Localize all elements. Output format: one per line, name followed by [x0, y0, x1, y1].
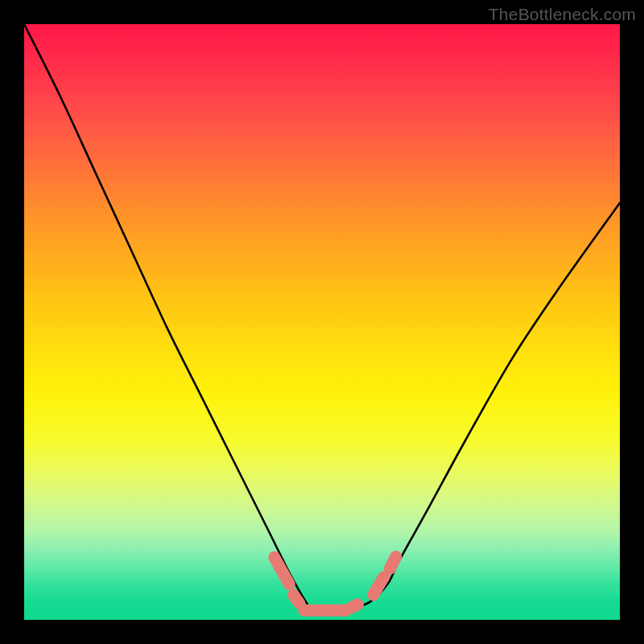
curve-layer [24, 24, 620, 620]
optimal-range-markers [275, 557, 396, 611]
chart-frame: TheBottleneck.com [0, 0, 644, 644]
optimal-range-marker-segment [293, 595, 299, 603]
watermark-text: TheBottleneck.com [489, 5, 636, 24]
bottleneck-curve [24, 24, 620, 615]
optimal-range-marker-segment [275, 557, 290, 584]
plot-area [24, 24, 620, 620]
optimal-range-marker-segment [390, 557, 395, 569]
optimal-range-marker-segment [351, 605, 358, 608]
